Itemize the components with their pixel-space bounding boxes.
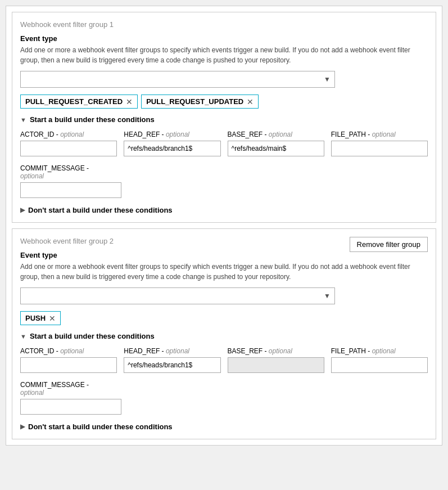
field-input-1-0[interactable] — [20, 141, 117, 156]
fields-grid-1: ACTOR_ID - optionalHEAD_REF - optionalBA… — [20, 131, 428, 156]
filter-group-title-1: Webhook event filter group 1 — [20, 20, 428, 29]
dont-start-arrow-icon-2: ▶ — [20, 423, 25, 430]
field-group-2-2: BASE_REF - optional — [228, 347, 324, 373]
commit-field-input-2[interactable] — [20, 399, 121, 415]
tag-label-1-0: PULL_REQUEST_CREATED — [25, 97, 123, 106]
field-label-1-3: FILE_PATH - optional — [331, 131, 428, 138]
tag-1-1: PULL_REQUEST_UPDATED✕ — [141, 95, 259, 109]
event-type-label-2: Event type — [20, 251, 428, 259]
fields-grid-2: ACTOR_ID - optionalHEAD_REF - optionalBA… — [20, 347, 428, 373]
field-group-1-1: HEAD_REF - optional — [124, 131, 220, 156]
start-conditions-label-2: Start a build under these conditions — [30, 332, 155, 340]
field-label-2-0: ACTOR_ID - optional — [20, 347, 117, 355]
field-group-2-0: ACTOR_ID - optional — [20, 347, 117, 373]
start-conditions-label-1: Start a build under these conditions — [30, 115, 155, 124]
tag-1-0: PULL_REQUEST_CREATED✕ — [20, 95, 138, 109]
dont-start-label-1: Don't start a build under these conditio… — [28, 206, 173, 214]
field-label-1-2: BASE_REF - optional — [228, 131, 324, 138]
commit-field-group-2: COMMIT_MESSAGE -optional — [20, 381, 428, 415]
dont-start-arrow-icon-1: ▶ — [20, 206, 25, 214]
start-conditions-arrow-icon-2: ▼ — [20, 333, 26, 340]
commit-field-label-1: COMMIT_MESSAGE -optional — [20, 164, 428, 180]
field-input-2-3[interactable] — [331, 357, 428, 373]
field-input-1-1[interactable] — [124, 141, 220, 156]
field-input-2-0[interactable] — [20, 357, 117, 373]
tags-row-2: PUSH✕ — [20, 311, 428, 325]
tag-label-2-0: PUSH — [25, 314, 46, 322]
field-input-2-1[interactable] — [124, 357, 220, 373]
event-type-select-2[interactable] — [20, 287, 335, 304]
event-type-description-1: Add one or more a webhook event filter g… — [20, 45, 428, 65]
start-conditions-header-2[interactable]: ▼Start a build under these conditions — [20, 332, 428, 340]
field-input-1-3[interactable] — [331, 141, 428, 156]
commit-field-label-2: COMMIT_MESSAGE -optional — [20, 381, 428, 397]
field-label-1-0: ACTOR_ID - optional — [20, 131, 117, 138]
start-conditions-header-1[interactable]: ▼Start a build under these conditions — [20, 115, 428, 124]
tag-label-1-1: PULL_REQUEST_UPDATED — [146, 97, 243, 106]
field-group-2-3: FILE_PATH - optional — [331, 347, 428, 373]
field-group-1-3: FILE_PATH - optional — [331, 131, 428, 156]
field-label-1-1: HEAD_REF - optional — [124, 131, 220, 138]
start-conditions-arrow-icon-1: ▼ — [20, 116, 26, 123]
event-type-select-1[interactable] — [20, 71, 335, 88]
field-input-2-2[interactable] — [228, 357, 324, 373]
event-type-dropdown-wrapper-2: ▼ — [20, 287, 335, 304]
field-label-2-3: FILE_PATH - optional — [331, 347, 428, 355]
field-label-2-1: HEAD_REF - optional — [124, 347, 220, 355]
field-group-1-0: ACTOR_ID - optional — [20, 131, 117, 156]
tag-close-icon-2-0[interactable]: ✕ — [49, 314, 56, 322]
dont-start-conditions-header-2[interactable]: ▶Don't start a build under these conditi… — [20, 422, 428, 431]
tag-close-icon-1-0[interactable]: ✕ — [126, 98, 133, 106]
filter-group-2: Webhook event filter group 2Remove filte… — [12, 228, 436, 439]
tag-close-icon-1-1[interactable]: ✕ — [247, 98, 254, 106]
remove-filter-group-button[interactable]: Remove filter group — [350, 237, 428, 252]
dont-start-label-2: Don't start a build under these conditio… — [28, 422, 173, 431]
event-type-label-1: Event type — [20, 34, 428, 43]
event-type-dropdown-wrapper-1: ▼ — [20, 71, 335, 88]
commit-field-input-1[interactable] — [20, 182, 121, 198]
page-wrapper: Webhook event filter group 1Event typeAd… — [6, 6, 442, 446]
field-group-2-1: HEAD_REF - optional — [124, 347, 220, 373]
tag-2-0: PUSH✕ — [20, 311, 61, 325]
dont-start-conditions-header-1[interactable]: ▶Don't start a build under these conditi… — [20, 206, 428, 214]
tags-row-1: PULL_REQUEST_CREATED✕PULL_REQUEST_UPDATE… — [20, 95, 428, 109]
event-type-description-2: Add one or more a webhook event filter g… — [20, 262, 428, 282]
field-input-1-2[interactable] — [228, 141, 324, 156]
filter-group-1: Webhook event filter group 1Event typeAd… — [12, 12, 436, 223]
commit-field-group-1: COMMIT_MESSAGE -optional — [20, 164, 428, 198]
field-group-1-2: BASE_REF - optional — [228, 131, 324, 156]
field-label-2-2: BASE_REF - optional — [228, 347, 324, 355]
